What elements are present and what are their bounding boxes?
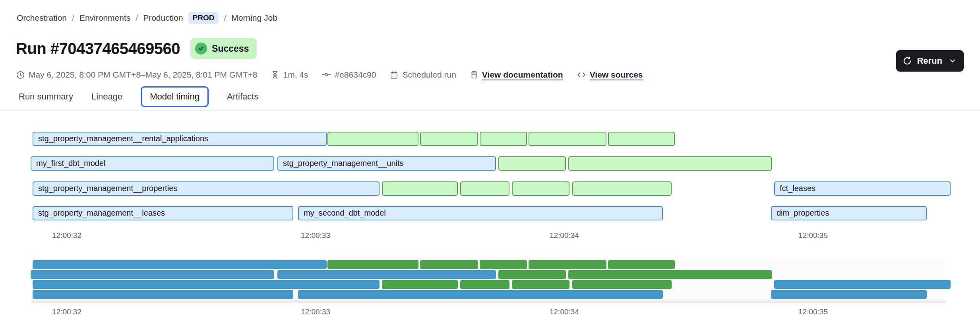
code-icon [577, 70, 586, 80]
gantt-bar[interactable] [512, 181, 569, 196]
minimap-bar[interactable] [420, 260, 478, 269]
minimap-bar-stg_property_management__units[interactable] [277, 270, 496, 279]
minimap-bar[interactable] [498, 270, 566, 279]
minimap-bar[interactable] [608, 260, 675, 269]
minimap-bar-my_second_dbt_model[interactable] [298, 290, 663, 299]
tab-artifacts[interactable]: Artifacts [227, 88, 258, 106]
breadcrumb-separator: / [72, 13, 74, 23]
breadcrumb-orchestration[interactable]: Orchestration [17, 13, 67, 23]
minimap-bar[interactable] [568, 270, 772, 279]
gantt-bar[interactable] [480, 132, 527, 146]
breadcrumb-environments[interactable]: Environments [79, 13, 130, 23]
rerun-button-label: Rerun [917, 56, 942, 66]
gantt-bar-dim_properties[interactable]: dim_properties [771, 206, 927, 220]
gantt-bar[interactable] [327, 132, 418, 146]
scrollbar-track[interactable] [31, 300, 946, 303]
gantt-bar-fct_leases[interactable]: fct_leases [774, 181, 951, 196]
gantt-bar[interactable] [498, 156, 566, 171]
tab-lineage[interactable]: Lineage [91, 88, 122, 106]
minimap-bar[interactable] [512, 280, 569, 289]
breadcrumb-separator: / [136, 13, 138, 23]
minimap-bar-dim_properties[interactable] [771, 290, 927, 299]
status-badge-label: Success [212, 43, 249, 54]
tab-model-timing[interactable]: Model timing [141, 86, 209, 107]
minimap-bar[interactable] [327, 260, 418, 269]
minimap-bar[interactable] [572, 280, 672, 289]
gantt-bar-stg_property_management__rental_applications[interactable]: stg_property_management__rental_applicat… [33, 132, 327, 146]
check-circle-icon [195, 43, 207, 55]
breadcrumb: Orchestration / Environments / Productio… [17, 12, 277, 24]
hourglass-icon [271, 70, 279, 79]
rerun-button[interactable]: Rerun [896, 50, 964, 72]
breadcrumb-production[interactable]: Production [143, 13, 183, 23]
status-badge: Success [190, 38, 257, 59]
axis-tick-label: 12:00:32 [52, 231, 81, 240]
view-sources-link[interactable]: View sources [577, 70, 643, 80]
view-documentation-link[interactable]: View documentation [470, 70, 563, 80]
minimap-bar-stg_property_management__rental_applications[interactable] [33, 260, 327, 269]
gantt-bar-stg_property_management__units[interactable]: stg_property_management__units [277, 156, 496, 171]
gantt-bar[interactable] [608, 132, 675, 146]
axis-tick-label: 12:00:34 [550, 231, 579, 240]
tab-run-summary[interactable]: Run summary [19, 88, 73, 106]
gantt-bar-stg_property_management__leases[interactable]: stg_property_management__leases [33, 206, 293, 220]
gantt-bar-my_first_dbt_model[interactable]: my_first_dbt_model [31, 156, 274, 171]
gantt-bar[interactable] [382, 181, 458, 196]
page-title: Run #70437465469560 [16, 40, 180, 58]
minimap-bar-fct_leases[interactable] [774, 280, 951, 289]
minimap-tick-label: 12:00:32 [52, 308, 81, 316]
run-time-range: May 6, 2025, 8:00 PM GMT+8–May 6, 2025, … [16, 70, 257, 80]
minimap-bar[interactable] [529, 260, 606, 269]
run-trigger: Scheduled run [389, 70, 456, 80]
breadcrumb-current-job: Morning Job [231, 13, 277, 23]
title-row: Run #70437465469560 Success [16, 38, 257, 59]
clock-icon [16, 70, 25, 80]
gantt-bar[interactable] [460, 181, 509, 196]
chevron-down-icon[interactable] [949, 57, 957, 65]
minimap-tick-label: 12:00:35 [798, 308, 828, 316]
commit-icon [322, 70, 331, 80]
gantt-bar-my_second_dbt_model[interactable]: my_second_dbt_model [298, 206, 663, 220]
refresh-icon [903, 56, 912, 66]
gantt-bar[interactable] [572, 181, 672, 196]
minimap-bar-stg_property_management__properties[interactable] [33, 280, 380, 289]
commit-hash: #e8634c90 [322, 70, 376, 80]
gantt-bar[interactable] [420, 132, 478, 146]
minimap-bar-my_first_dbt_model[interactable] [31, 270, 274, 279]
run-tabs: Run summary Lineage Model timing Artifac… [19, 86, 258, 107]
minimap-bar[interactable] [480, 260, 527, 269]
minimap-bar[interactable] [460, 280, 509, 289]
run-duration: 1m, 4s [271, 70, 308, 80]
minimap-tick-label: 12:00:33 [301, 308, 330, 316]
run-meta-row: May 6, 2025, 8:00 PM GMT+8–May 6, 2025, … [16, 70, 643, 80]
gantt-bar[interactable] [529, 132, 606, 146]
prod-env-badge: PROD [188, 12, 219, 24]
calendar-icon [389, 70, 399, 80]
breadcrumb-separator: / [224, 13, 226, 23]
minimap-tick-label: 12:00:34 [550, 308, 579, 316]
minimap-bar[interactable] [382, 280, 458, 289]
minimap-bar-stg_property_management__leases[interactable] [33, 290, 293, 299]
axis-tick-label: 12:00:35 [798, 231, 828, 240]
model-timing-panel: stg_property_management__rental_applicat… [0, 111, 980, 335]
gantt-bar[interactable] [568, 156, 772, 171]
documentation-icon [470, 70, 478, 79]
axis-tick-label: 12:00:33 [301, 231, 330, 240]
gantt-bar-stg_property_management__properties[interactable]: stg_property_management__properties [33, 181, 380, 196]
